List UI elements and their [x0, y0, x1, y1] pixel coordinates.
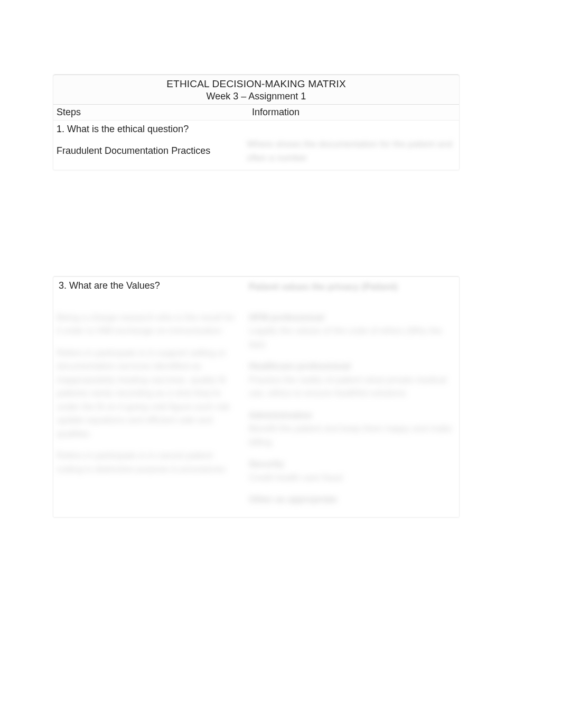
row-q1: 1. What is the ethical question? Fraudul…	[53, 121, 459, 170]
q1-right-blur: Where shows the documentation for the pa…	[247, 137, 456, 164]
q3-right-body-1: Legally the values of the code of ethics…	[249, 324, 454, 351]
q3-left-header: 3. What are the Values?	[53, 277, 244, 297]
q1-right-cell: Where shows the documentation for the pa…	[244, 121, 459, 170]
q3-right-body: HFM professional Legally the values of t…	[244, 297, 459, 517]
q1-left-cell: 1. What is the ethical question? Fraudul…	[53, 121, 244, 170]
column-header-information: Information	[244, 105, 459, 120]
q3-right-label-5: Other as appropriate	[249, 493, 454, 506]
column-header-steps: Steps	[53, 105, 244, 120]
matrix-table-top: ETHICAL DECISION-MAKING MATRIX Week 3 – …	[53, 74, 460, 170]
matrix-table-q3: 3. What are the Values? Patient values t…	[53, 276, 460, 518]
q3-right-label-4: Security	[249, 457, 454, 471]
q3-left-blur-2: Refers in participate is in support sell…	[57, 346, 238, 441]
q3-card: 3. What are the Values? Patient values t…	[53, 276, 460, 518]
page-title: ETHICAL DECISION-MAKING MATRIX	[59, 78, 454, 90]
q3-left-blur-3: Refers in participate is in cancel patie…	[57, 449, 238, 476]
q3-right-item-3: Administration Benefit the patient and k…	[249, 409, 454, 449]
document-page: ETHICAL DECISION-MAKING MATRIX Week 3 – …	[53, 74, 460, 518]
q3-left-blur-1: Being a charge research who is the resul…	[57, 311, 238, 338]
q3-right-item-1: HFM professional Legally the values of t…	[249, 311, 454, 352]
q3-question: 3. What are the Values?	[59, 280, 238, 291]
row-q3-header: 3. What are the Values? Patient values t…	[53, 277, 459, 297]
q3-right-label-2: Healthcare professional	[249, 360, 454, 373]
title-block: ETHICAL DECISION-MAKING MATRIX Week 3 – …	[53, 75, 459, 105]
q3-right-item-4: Security Credit health care fraud	[249, 457, 454, 484]
q1-left-detail: Fraudulent Documentation Practices	[57, 145, 240, 156]
q3-right-body-2: Practice the reality of patient what pri…	[249, 373, 454, 400]
q3-right-item-5: Other as appropriate	[249, 493, 454, 506]
q3-right-label-1: HFM professional	[249, 311, 454, 325]
row-q3-body: Being a charge research who is the resul…	[53, 297, 459, 517]
column-header-row: Steps Information	[53, 105, 459, 121]
q3-right-body-4: Credit health care fraud	[249, 471, 454, 485]
page-subtitle: Week 3 – Assignment 1	[59, 91, 454, 102]
q1-question: 1. What is the ethical question?	[57, 123, 240, 135]
q3-left-body: Being a charge research who is the resul…	[53, 297, 244, 517]
q3-right-header: Patient values the privacy (Patient)	[244, 277, 459, 297]
q3-right-top-blur: Patient values the privacy (Patient)	[249, 280, 454, 294]
q3-right-item-2: Healthcare professional Practice the rea…	[249, 360, 454, 400]
q3-right-body-3: Benefit the patient and keep them happy …	[249, 422, 454, 449]
q3-right-label-3: Administration	[249, 409, 454, 422]
